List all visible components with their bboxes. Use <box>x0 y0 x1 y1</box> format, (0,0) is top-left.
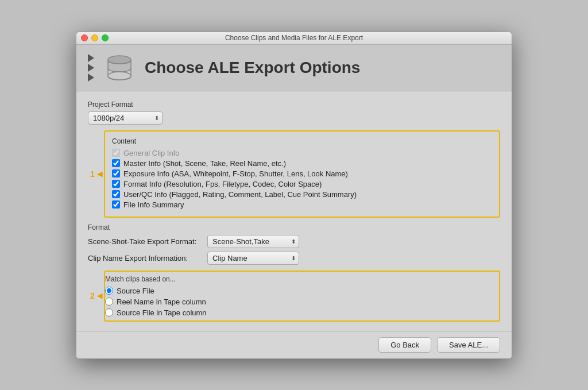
checkbox-format-info[interactable]: Format Info (Resolution, Fps, Filetype, … <box>112 180 492 188</box>
content-box-label: Content <box>112 137 492 145</box>
chevron-icon-1 <box>88 54 94 62</box>
checkbox-exposure-info[interactable]: Exposure Info (ASA, Whitepoint, F-Stop, … <box>112 169 492 178</box>
footer: Go Back Save ALE... <box>76 331 512 358</box>
section-label-1: 1 ◀ <box>90 169 102 179</box>
checkbox-file-info-summary[interactable]: File Info Summary <box>112 200 492 209</box>
label-number-1: 1 <box>90 169 95 179</box>
radio-reel-name-tape[interactable]: Reel Name in Tape column <box>105 298 499 306</box>
titlebar: Choose Clips and Media Files for ALE Exp… <box>76 32 512 45</box>
chevron-icon-3 <box>88 74 94 82</box>
format-section-label: Format <box>88 223 500 231</box>
scene-shot-take-select[interactable]: Scene-Shot,Take Scene.Shot.Take Scene-Sh… <box>207 235 299 248</box>
checkbox-file-info-summary-label: File Info Summary <box>123 200 184 209</box>
checkbox-file-info-summary-input[interactable] <box>112 200 120 208</box>
clip-name-row: Clip Name Export Information: Clip Name … <box>88 252 500 265</box>
radio-source-file[interactable]: Source File <box>105 287 499 295</box>
checkbox-exposure-info-label: Exposure Info (ASA, Whitepoint, F-Stop, … <box>123 169 348 178</box>
checkbox-general-clip-info-label: General Clip Info <box>123 149 180 157</box>
label-arrow-2: ◀ <box>97 292 102 300</box>
checkbox-user-qc-info[interactable]: User/QC Info (Flagged, Rating, Comment, … <box>112 190 492 199</box>
radio-source-file-label: Source File <box>117 287 154 295</box>
chevron-decoration <box>88 54 94 82</box>
radio-reel-name-tape-input[interactable] <box>105 298 113 306</box>
match-clips-box: Match clips based on... Source File Reel… <box>104 271 500 322</box>
go-back-button[interactable]: Go Back <box>378 337 431 353</box>
radio-reel-name-tape-label: Reel Name in Tape column <box>117 298 206 306</box>
checkbox-user-qc-info-input[interactable] <box>112 190 120 198</box>
project-format-select-wrapper[interactable]: 1080p/24 1080p/25 1080p/30 720p/24 <box>88 111 163 125</box>
minimize-button[interactable] <box>91 34 98 41</box>
format-section: Format Scene-Shot-Take Export Format: Sc… <box>88 223 500 265</box>
svg-point-1 <box>108 72 131 80</box>
checkbox-master-info-label: Master Info (Shot, Scene, Take, Reel Nam… <box>123 159 286 168</box>
scene-shot-take-row: Scene-Shot-Take Export Format: Scene-Sho… <box>88 235 500 248</box>
content-outlined: Content General Clip Info Master Info (S… <box>104 130 500 218</box>
content-section-wrapper: 1 ◀ Content General Clip Info Master Inf… <box>88 130 500 218</box>
project-format-select[interactable]: 1080p/24 1080p/25 1080p/30 720p/24 <box>88 111 163 125</box>
scene-shot-take-select-wrapper[interactable]: Scene-Shot,Take Scene.Shot.Take Scene-Sh… <box>207 235 299 248</box>
section-label-2: 2 ◀ <box>90 291 102 300</box>
checkbox-master-info[interactable]: Master Info (Shot, Scene, Take, Reel Nam… <box>112 159 492 168</box>
radio-source-file-tape-input[interactable] <box>105 308 113 316</box>
radio-source-file-tape-label: Source File in Tape column <box>117 308 207 317</box>
checkbox-format-info-input[interactable] <box>112 180 120 188</box>
main-window: Choose Clips and Media Files for ALE Exp… <box>76 32 512 359</box>
checkbox-general-clip-info[interactable]: General Clip Info <box>112 149 492 157</box>
checkbox-exposure-info-input[interactable] <box>112 169 120 177</box>
match-clips-outlined: Match clips based on... Source File Reel… <box>104 271 500 322</box>
checkbox-master-info-input[interactable] <box>112 159 120 167</box>
save-ale-button[interactable]: Save ALE... <box>437 337 500 353</box>
radio-source-file-input[interactable] <box>105 287 113 295</box>
checkbox-user-qc-info-label: User/QC Info (Flagged, Rating, Comment, … <box>123 190 357 199</box>
checkbox-general-clip-info-input[interactable] <box>112 149 120 157</box>
radio-source-file-tape[interactable]: Source File in Tape column <box>105 308 499 317</box>
checkbox-format-info-label: Format Info (Resolution, Fps, Filetype, … <box>123 180 322 188</box>
body: Project Format 1080p/24 1080p/25 1080p/3… <box>76 91 512 331</box>
window-controls <box>81 34 109 41</box>
window-title: Choose Clips and Media Files for ALE Exp… <box>225 34 363 42</box>
database-icon <box>105 53 134 83</box>
clip-name-select-wrapper[interactable]: Clip Name Camera Roll Reel Name <box>207 252 299 265</box>
match-clips-label: Match clips based on... <box>105 275 499 283</box>
content-box: Content General Clip Info Master Info (S… <box>104 130 500 218</box>
scene-shot-take-label: Scene-Shot-Take Export Format: <box>88 237 203 246</box>
header-area: Choose ALE Export Options <box>76 45 512 91</box>
clip-name-export-label: Clip Name Export Information: <box>88 254 203 262</box>
clip-name-select[interactable]: Clip Name Camera Roll Reel Name <box>207 252 299 265</box>
page-title: Choose ALE Export Options <box>145 59 360 77</box>
label-arrow-1: ◀ <box>97 170 102 178</box>
match-clips-section-wrapper: 2 ◀ Match clips based on... Source File … <box>88 271 500 322</box>
maximize-button[interactable] <box>102 34 109 41</box>
project-format-label: Project Format <box>88 101 500 109</box>
chevron-icon-2 <box>88 64 94 72</box>
label-number-2: 2 <box>90 291 95 300</box>
close-button[interactable] <box>81 34 88 41</box>
